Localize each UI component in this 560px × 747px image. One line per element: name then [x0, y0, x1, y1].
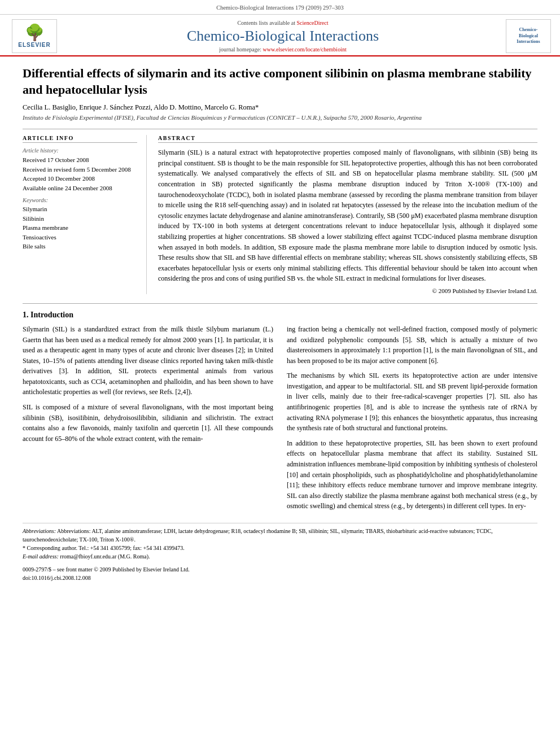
- abstract-column: ABSTRACT Silymarin (SIL) is a natural ex…: [158, 135, 537, 294]
- intro-text-columns: Silymarin (SIL) is a standardized extrac…: [23, 324, 537, 516]
- page-container: Chemico-Biological Interactions 179 (200…: [0, 0, 560, 747]
- affiliation: Instituto de Fisiología Experimental (IF…: [23, 114, 537, 121]
- doi-line: Chemico-Biological Interactions 179 (200…: [11, 5, 549, 11]
- intro-right-col: ing fraction being a chemically not well…: [287, 324, 537, 516]
- elsevier-tree-icon: 🌳: [25, 25, 45, 41]
- footer-issn-area: 0009-2797/$ – see front matter © 2009 Pu…: [23, 565, 537, 582]
- intro-p3: ing fraction being a chemically not well…: [287, 324, 537, 366]
- homepage-link[interactable]: www.elsevier.com/locate/chembioint: [263, 46, 347, 53]
- footer-issn: 0009-2797/$ – see front matter © 2009 Pu…: [23, 565, 537, 574]
- footer-doi: doi:10.1016/j.cbi.2008.12.008: [23, 574, 537, 582]
- revised-date: Received in revised form 5 December 2008: [23, 165, 137, 174]
- available-date: Available online 24 December 2008: [23, 184, 137, 193]
- article-body: Differential effects of silymarin and it…: [0, 56, 560, 593]
- history-label: Article history:: [23, 147, 137, 154]
- sciencedirect-link[interactable]: ScienceDirect: [296, 20, 328, 26]
- journal-logo-inner: Chemico-BiologicalInteractions: [517, 27, 540, 45]
- authors: Cecilia L. Basiglio, Enrique J. Sánchez …: [23, 103, 537, 112]
- homepage-label: journal homepage:: [219, 46, 261, 53]
- intro-p4: The mechanisms by which SIL exerts its h…: [287, 370, 537, 434]
- accepted-date: Accepted 10 December 2008: [23, 174, 137, 184]
- article-title: Differential effects of silymarin and it…: [23, 65, 537, 98]
- journal-title: Chemico-Biological Interactions: [65, 27, 500, 45]
- intro-left-col: Silymarin (SIL) is a standardized extrac…: [23, 324, 273, 516]
- article-info-abstract: ARTICLE INFO Article history: Received 1…: [23, 129, 537, 294]
- footnote-section: Abbreviations: Abbreviations: ALT, alani…: [23, 523, 537, 582]
- abstract-text: Silymarin (SIL) is a natural extract wit…: [158, 147, 537, 284]
- intro-heading: 1. Introduction: [23, 311, 537, 320]
- elsevier-brand: ELSEVIER: [18, 42, 50, 48]
- footnote-email: E-mail address: rroma@fbioyf.unr.edu.ar …: [23, 552, 537, 561]
- received-date: Received 17 October 2008: [23, 155, 137, 165]
- keywords-label: Keywords:: [23, 197, 137, 203]
- keyword-tensioactives: Tensioactives: [23, 233, 137, 242]
- footnote-abbrev: Abbreviations: Abbreviations: ALT, alani…: [23, 527, 537, 544]
- keyword-plasma-membrane: Plasma membrane: [23, 223, 137, 233]
- intro-p1: Silymarin (SIL) is a standardized extrac…: [23, 324, 273, 397]
- sciencedirect-line: Contents lists available at ScienceDirec…: [65, 20, 500, 26]
- article-info-label: ARTICLE INFO: [23, 135, 137, 143]
- header-content: 🌳 ELSEVIER Contents lists available at S…: [0, 15, 560, 56]
- keyword-bile-salts: Bile salts: [23, 242, 137, 251]
- header-center: Contents lists available at ScienceDirec…: [60, 20, 506, 53]
- elsevier-logo-box: 🌳 ELSEVIER: [12, 19, 57, 53]
- footnote-corresponding: * Corresponding author. Tel.: +54 341 43…: [23, 544, 537, 552]
- copyright: © 2009 Published by Elsevier Ireland Ltd…: [158, 287, 537, 294]
- article-info-column: ARTICLE INFO Article history: Received 1…: [23, 135, 147, 294]
- keyword-silymarin: Silymarin: [23, 204, 137, 214]
- intro-p2: SIL is composed of a mixture of several …: [23, 402, 273, 444]
- intro-p5: In addition to these hepatoprotective pr…: [287, 438, 537, 512]
- journal-logo-box: Chemico-BiologicalInteractions: [506, 19, 551, 53]
- elsevier-logo: 🌳 ELSEVIER: [9, 19, 60, 53]
- keyword-silibinin: Silibinin: [23, 214, 137, 224]
- intro-section: 1. Introduction Silymarin (SIL) is a sta…: [23, 303, 537, 582]
- journal-homepage-line: journal homepage: www.elsevier.com/locat…: [65, 46, 500, 53]
- abstract-label: ABSTRACT: [158, 135, 537, 143]
- journal-header: Chemico-Biological Interactions 179 (200…: [0, 0, 560, 15]
- sciencedirect-label: Contents lists available at: [237, 20, 295, 26]
